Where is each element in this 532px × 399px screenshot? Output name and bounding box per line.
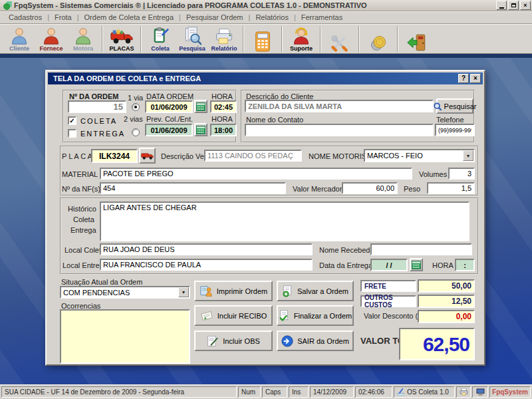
minimize-button[interactable] — [496, 1, 507, 10]
volumes-field[interactable] — [448, 168, 475, 180]
toolbar-fornecedor-button[interactable]: Fornece — [35, 25, 67, 53]
nf-field[interactable] — [100, 182, 286, 194]
document-search-icon — [183, 27, 201, 45]
calendar-icon — [196, 102, 205, 111]
hora-ordem-label: HORA — [211, 92, 233, 100]
pesquisar-cliente-button[interactable]: Pesquisar — [436, 98, 473, 114]
imprimir-ordem-button[interactable]: Imprimir Ordem — [194, 281, 273, 301]
sair-ordem-button[interactable]: SAIR da Ordem — [277, 331, 354, 351]
menu-ferramentas[interactable]: Ferramentas — [297, 12, 347, 23]
ocorrencias-textarea[interactable] — [60, 309, 190, 364]
valor-desconto-value[interactable]: 0,00 — [418, 310, 475, 323]
menu-ordem-coleta-entrega[interactable]: Ordem de Coleta e Entrega — [80, 12, 179, 23]
local-entrega-field[interactable] — [100, 259, 313, 271]
window-title: FpqSystem - Sistemas Comerciais ® | Lice… — [14, 1, 496, 9]
outros-custos-value[interactable]: 12,50 — [418, 295, 475, 308]
descricao-cliente-field[interactable] — [245, 100, 434, 112]
material-field[interactable] — [100, 168, 412, 180]
toolbar-suporte-button[interactable]: Suporte — [285, 25, 317, 53]
note-pencil-icon — [207, 335, 219, 347]
placa-label: P L A C A — [62, 152, 92, 160]
window-titlebar: FpqSystem - Sistemas Comerciais ® | Lice… — [0, 0, 532, 11]
hora-ordem-field[interactable]: 02:45 — [210, 100, 237, 113]
menu-relatorios[interactable]: Relatórios — [251, 12, 293, 23]
status-network-button[interactable] — [472, 386, 488, 398]
dialog-close-button[interactable]: × — [470, 74, 481, 83]
telefone-field[interactable] — [435, 124, 475, 136]
numero-ordem-field[interactable] — [68, 100, 126, 113]
valor-mercadoria-label: Valor Mercadoria — [293, 185, 348, 193]
minimize-icon — [499, 7, 504, 9]
placa-truck-button[interactable] — [139, 148, 156, 164]
status-printer-button[interactable] — [456, 386, 471, 398]
toolbar-coleta-button[interactable]: Coleta — [144, 25, 176, 53]
data-ordem-calendar-button[interactable] — [194, 100, 207, 113]
chevron-down-icon[interactable]: ▼ — [178, 287, 189, 297]
pesquisar-button-label: Pesquisar — [444, 102, 477, 110]
truck-red-icon — [110, 28, 133, 45]
entrega-checkbox[interactable]: ENTREGA — [68, 129, 125, 138]
restore-icon — [511, 3, 516, 7]
nome-contato-field[interactable] — [245, 124, 434, 136]
dialog-titlebar: TELA DA ORDEM DE COLETA e ENTREGA ? × — [48, 72, 483, 84]
prev-hora-field[interactable]: 18:00 — [210, 124, 237, 136]
via1-radio[interactable] — [132, 103, 140, 111]
toolbar-motorista-button[interactable]: Motora — [67, 25, 99, 53]
data-entrega-field[interactable]: / / — [370, 259, 408, 271]
valor-mercadoria-field[interactable] — [342, 182, 398, 194]
placa-field[interactable]: ILK3244 — [91, 149, 138, 163]
close-icon: × — [523, 3, 527, 9]
data-ordem-field[interactable]: 01/06/2009 — [145, 100, 193, 113]
ordem-coleta-dialog: TELA DA ORDEM DE COLETA e ENTREGA ? × Nº… — [45, 70, 485, 366]
peso-field[interactable] — [427, 182, 475, 194]
frete-value[interactable]: 50,00 — [418, 279, 475, 293]
nome-recebedor-field[interactable] — [370, 243, 472, 255]
search-icon — [434, 102, 442, 110]
prev-data-calendar-button[interactable] — [194, 123, 207, 136]
help-icon: ? — [462, 75, 466, 82]
person-blue-icon — [10, 27, 29, 45]
restore-button[interactable] — [508, 1, 519, 10]
motorista-combobox[interactable]: MARCOS - FEIO ▼ — [364, 149, 475, 162]
toolbar-placas-button[interactable]: PLACAS — [106, 25, 138, 53]
menu-pesquisar-ordem[interactable]: Pesquisar Ordem — [182, 12, 248, 23]
pencil-icon — [397, 388, 404, 396]
toolbar-separator — [397, 26, 398, 53]
toolbar-financeiro-button[interactable] — [362, 25, 394, 53]
menu-cadastros[interactable]: Cadastros — [4, 12, 47, 23]
historico-entrega-label: Entrega — [70, 226, 96, 234]
prev-col-ent-label: Prev. Col./Ent. — [146, 115, 193, 123]
via2-radio[interactable] — [132, 128, 140, 136]
toolbar-pesquisa-button[interactable]: Pesquisa — [176, 25, 208, 53]
chevron-down-icon[interactable]: ▼ — [463, 150, 473, 161]
coleta-checkbox[interactable]: ✓ COLETA — [68, 116, 117, 125]
prev-data-field[interactable]: 01/06/2009 — [145, 124, 193, 136]
application-window: FpqSystem - Sistemas Comerciais ® | Lice… — [0, 0, 532, 399]
toolbar-sair-button[interactable] — [401, 25, 433, 53]
situacao-value: COM PENDENCIAS — [61, 287, 178, 297]
situacao-combobox[interactable]: COM PENDENCIAS ▼ — [60, 286, 190, 299]
historico-textarea[interactable]: LIGAR ANTES DE CHEGAR — [100, 201, 469, 241]
truck-small-icon — [141, 151, 154, 160]
dialog-help-button[interactable]: ? — [458, 74, 469, 83]
hora-entrega-field[interactable]: : — [455, 259, 475, 271]
toolbar-ferramentas-button[interactable] — [324, 25, 356, 53]
motorista-value: MARCOS - FEIO — [365, 150, 463, 161]
toolbar-cliente-button[interactable]: Cliente — [3, 25, 35, 53]
finalizar-ordem-button[interactable]: Finalizar a Ordem — [277, 305, 354, 326]
person-red-icon — [42, 27, 61, 45]
volumes-label: Volumes — [419, 170, 447, 178]
incluir-obs-button[interactable]: Incluir OBS — [194, 331, 273, 351]
local-coleta-field[interactable] — [100, 243, 313, 255]
incluir-recibo-button[interactable]: Incluir RECIBO — [194, 305, 273, 326]
printer-small-icon — [460, 388, 468, 396]
toolbar-calculadora-button[interactable] — [247, 25, 279, 53]
menu-frota[interactable]: Frota — [50, 12, 76, 23]
data-entrega-calendar-button[interactable] — [410, 258, 423, 271]
toolbar-separator — [243, 26, 244, 53]
save-plus-icon — [282, 285, 293, 297]
descricao-veiculo-field[interactable] — [204, 150, 302, 162]
close-button[interactable]: × — [520, 1, 531, 10]
salvar-ordem-button[interactable]: Salvar a Ordem — [277, 281, 354, 301]
toolbar-relatorio-button[interactable]: Relatório — [208, 25, 240, 53]
